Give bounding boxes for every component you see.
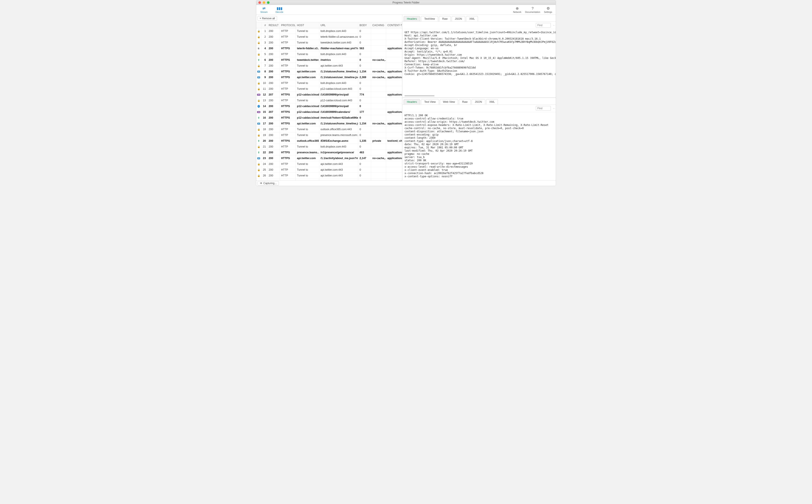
lock-icon: 🔒 xyxy=(257,168,260,171)
response-find-input[interactable] xyxy=(536,106,551,111)
cell-protocol: HTTP xyxy=(280,132,296,138)
session-row[interactable]: 🗎 4 200 HTTPS telerik-fiddler.s3.... /fi… xyxy=(256,46,402,51)
cell-caching xyxy=(371,51,386,57)
cell-content-type xyxy=(386,161,402,167)
session-row[interactable]: 🔒 25 200 HTTP Tunnel to api.twitter.com:… xyxy=(256,167,402,173)
session-row[interactable]: ⇧ 22 200 HTTPS presence.teams.... /v1/pr… xyxy=(256,150,402,155)
session-row[interactable]: 🔒 1 200 HTTP Tunnel to bolt.dropbox.com:… xyxy=(256,28,402,34)
session-row[interactable]: 🔒 2 200 HTTP Tunnel to telerik-fiddler.s… xyxy=(256,34,402,40)
toolbar: ⇄Stream▮▮▮Decode ⊕Network?Documentation⚙… xyxy=(256,5,556,15)
col-host[interactable]: HOST xyxy=(296,22,319,28)
cell-num: 4 xyxy=(261,46,267,51)
session-row[interactable]: XM 15 207 HTTPS p12-caldav.icloud.... /1… xyxy=(256,109,402,115)
cell-caching xyxy=(371,46,386,51)
cell-caching xyxy=(371,144,386,149)
col-protocol[interactable]: PROTOCOL xyxy=(280,22,296,28)
tab-text-view[interactable]: Text View xyxy=(421,99,439,104)
cell-body: 0 xyxy=(358,28,371,34)
tab-headers[interactable]: Headers xyxy=(403,16,420,21)
lock-icon: 🔒 xyxy=(257,163,260,166)
cell-url: api.twitter.com:443 xyxy=(319,161,358,167)
cell-url: p12-caldav.icloud.com:443 xyxy=(319,86,358,92)
session-row[interactable]: 🔒 11 200 HTTP Tunnel to p12-caldav.iclou… xyxy=(256,86,402,92)
cell-url: api.twitter.com:443 xyxy=(319,63,358,69)
response-headers-text[interactable]: HTTP/1.1 200 OK access-control-allow-cre… xyxy=(402,112,556,180)
session-row[interactable]: i 14 200 HTTPS p12-caldav.icloud.... /14… xyxy=(256,103,402,109)
cell-result: 200 xyxy=(267,28,280,34)
session-row[interactable]: 🔒 3 200 HTTP Tunnel to tweetdeck.twitter… xyxy=(256,40,402,46)
remove-all-button[interactable]: × Remove all xyxy=(257,16,277,21)
cell-body: 0 xyxy=(358,57,371,63)
tab-web-view[interactable]: Web View xyxy=(440,99,458,104)
col-result[interactable]: RESULT xyxy=(267,22,280,28)
session-row[interactable]: 🔒 26 200 HTTP Tunnel to api.twitter.com:… xyxy=(256,173,402,179)
tab-raw[interactable]: Raw xyxy=(439,16,451,21)
session-row[interactable]: 🔒 24 200 HTTP Tunnel to api.twitter.com:… xyxy=(256,161,402,167)
cell-content-type xyxy=(386,115,402,121)
session-row[interactable]: 🔒 13 200 HTTP Tunnel to p12-caldav.iclou… xyxy=(256,98,402,103)
cell-protocol: HTTP xyxy=(280,40,296,45)
session-row[interactable]: ⇧ 6 200 HTTPS tweetdeck.twitter.... /met… xyxy=(256,57,402,63)
lock-icon: 🔒 xyxy=(257,174,260,177)
col-icon[interactable] xyxy=(256,22,261,28)
session-row[interactable]: 🔒 10 200 HTTP Tunnel to bolt.dropbox.com… xyxy=(256,80,402,86)
capture-toggle[interactable]: 👁 Capturing... xyxy=(257,181,279,185)
col-caching[interactable]: CACHING xyxy=(371,22,386,28)
session-row[interactable]: 🔒 21 200 HTTP Tunnel to bolt.dropbox.com… xyxy=(256,144,402,150)
request-headers-text[interactable]: GET https://api.twitter.com/1.1/statuses… xyxy=(402,29,556,95)
cell-protocol: HTTPS xyxy=(280,57,296,63)
toolbar-decode-button[interactable]: ▮▮▮Decode xyxy=(272,5,287,15)
tab-xml[interactable]: XML xyxy=(466,16,478,21)
col-body[interactable]: BODY xyxy=(358,22,371,28)
session-row[interactable]: JS 8 200 HTTPS api.twitter.com /1.1/stat… xyxy=(256,69,402,75)
toolbar-network-button[interactable]: ⊕Network xyxy=(510,5,525,15)
horizontal-scrollbar[interactable] xyxy=(404,95,556,97)
cell-caching xyxy=(371,161,386,167)
tab-headers[interactable]: Headers xyxy=(403,99,420,104)
find-prev-icon[interactable]: ← xyxy=(553,107,556,110)
cell-num: 7 xyxy=(261,63,267,69)
tab-raw[interactable]: Raw xyxy=(459,99,471,104)
toolbar-stream-button[interactable]: ⇄Stream xyxy=(256,5,272,15)
tab-textview[interactable]: TextView xyxy=(421,16,438,21)
toolbar-documentation-button[interactable]: ?Documentation xyxy=(525,5,540,15)
app-title: Progress Telerik Fiddler xyxy=(256,1,556,4)
tab-json[interactable]: JSON xyxy=(452,16,465,21)
sessions-panel: × Remove all #RESULTPROTOCOLHOSTURLBODYC… xyxy=(256,15,402,180)
session-row[interactable]: 🔒 18 200 HTTP Tunnel to outlook.office36… xyxy=(256,127,402,132)
session-row[interactable]: ⇧ 20 200 HTTPS outlook.office365.... /EW… xyxy=(256,138,402,144)
session-row[interactable]: ⇧ 16 200 HTTPS p12-caldav.icloud.... /mm… xyxy=(256,115,402,121)
col-contentt[interactable]: CONTENT-T xyxy=(386,22,402,28)
session-row[interactable]: JS 27 200 HTTPS api.twitter.com /1.1/dm/… xyxy=(256,179,402,180)
session-row[interactable]: JS 17 200 HTTPS api.twitter.com /1.1/sta… xyxy=(256,121,402,127)
inspectors-panel: HeadersTextViewRawJSONXML ← → 🔍 GET http… xyxy=(402,15,556,180)
session-row[interactable]: JS 23 200 HTTPS api.twitter.com /1.1/act… xyxy=(256,155,402,161)
cell-url: /1.1/statuses/home_timeline.jso... xyxy=(319,121,358,126)
session-row[interactable]: 🔒 19 200 HTTP Tunnel to presence.teams.m… xyxy=(256,132,402,138)
session-row[interactable]: 🔒 7 200 HTTP Tunnel to api.twitter.com:4… xyxy=(256,63,402,69)
tab-json[interactable]: JSON xyxy=(472,99,485,104)
toolbar-settings-button[interactable]: ⚙Settings xyxy=(540,5,556,15)
cell-url: /1.1/dm/user_updates.json?curs... xyxy=(319,179,358,180)
col-url[interactable]: URL xyxy=(319,22,358,28)
cell-result: 207 xyxy=(267,92,280,97)
cell-num: 20 xyxy=(261,138,267,144)
request-find-input[interactable] xyxy=(536,23,551,28)
session-row[interactable]: 🔒 5 200 HTTP Tunnel to bolt.dropbox.com:… xyxy=(256,51,402,57)
cell-content-type xyxy=(386,57,402,63)
cell-result: 200 xyxy=(267,173,280,178)
session-row[interactable]: JS 9 200 HTTPS api.twitter.com /1.1/stat… xyxy=(256,75,402,80)
col-[interactable]: # xyxy=(261,22,267,28)
cell-body: 0 xyxy=(358,161,371,167)
cell-content-type xyxy=(386,63,402,69)
tab-xml[interactable]: XML xyxy=(486,99,498,104)
cell-url: /1.1/statuses/home_timeline.jso... xyxy=(319,69,358,74)
json-icon: JS xyxy=(257,71,260,73)
cell-body: 1,335 xyxy=(358,138,371,144)
cell-host: p12-caldav.icloud.... xyxy=(296,103,319,109)
cell-protocol: HTTPS xyxy=(280,75,296,80)
session-row[interactable]: XM 12 207 HTTPS p12-caldav.icloud.... /1… xyxy=(256,92,402,98)
sessions-list[interactable]: 🔒 1 200 HTTP Tunnel to bolt.dropbox.com:… xyxy=(256,28,402,180)
cell-protocol: HTTP xyxy=(280,34,296,40)
find-prev-icon[interactable]: ← xyxy=(553,24,556,27)
